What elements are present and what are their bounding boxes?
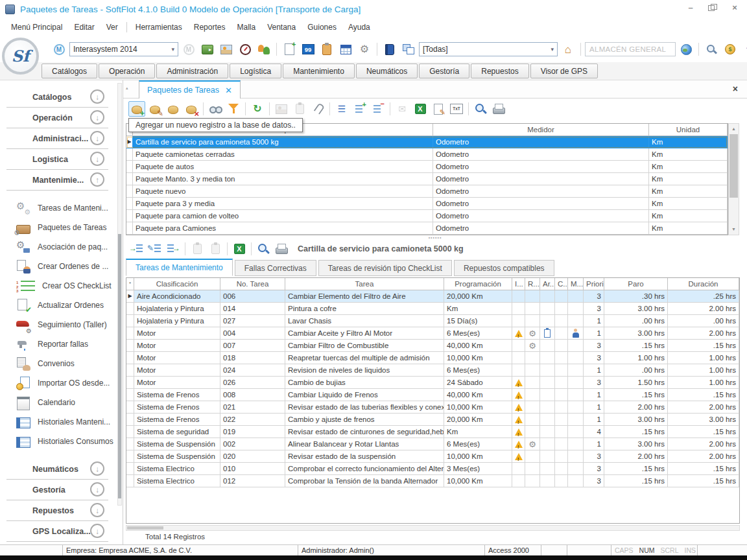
sidebar-group-neuma-ticos[interactable]: Neumáticos↓	[6, 459, 108, 480]
print-button[interactable]	[490, 101, 507, 117]
package-row[interactable]: ▶Cartilla de servicio para camioneta 500…	[126, 136, 728, 148]
storage-drive-icon[interactable]: ▸	[199, 41, 216, 57]
sidebar-item-historiales-consumos[interactable]: Historiales Consumos	[0, 432, 123, 451]
profile-badge-disabled-icon[interactable]: M	[180, 41, 197, 57]
sidebar-group-operacio-n[interactable]: Operación↓	[6, 108, 108, 128]
sidebar-group-mantenimie[interactable]: Mantenimie...↑	[6, 170, 108, 191]
warehouse-input[interactable]: ALMACÉN GENERAL	[585, 42, 676, 56]
collapse-tree-button[interactable]	[370, 101, 386, 117]
task-row[interactable]: Sistema de Suspensión002Alinear Balancea…	[126, 438, 739, 450]
task-row[interactable]: Sistema de Frenos021Revisar estado de la…	[126, 401, 739, 414]
dashboard-gauge-icon[interactable]	[237, 41, 254, 57]
orange-clipboard-icon[interactable]	[318, 41, 335, 57]
ribbon-tab-mantenimiento[interactable]: Mantenimiento	[283, 64, 355, 78]
filter-button[interactable]	[225, 101, 242, 117]
sidebar-item-seguimiento-taller[interactable]: Seguimiento (Taller)	[0, 315, 123, 334]
chevron-down-icon[interactable]: ↓	[90, 110, 104, 124]
menu-ayuda[interactable]: Ayuda	[342, 21, 376, 34]
note-export-button[interactable]	[430, 101, 447, 117]
document-close-icon[interactable]: ×	[733, 84, 738, 94]
task-row[interactable]: ▶Aire Acondicionado006Cambiar Elemento d…	[126, 290, 739, 303]
txt-export-button[interactable]: TxT	[448, 101, 465, 117]
column-header-clasificacio-n[interactable]: Clasificación	[134, 278, 220, 290]
chevron-down-icon[interactable]: ↓	[90, 482, 104, 496]
number-99-icon[interactable]: 99	[300, 41, 316, 57]
menu-guiones[interactable]: Guiones	[302, 21, 342, 34]
ribbon-tab-visor-de-gps[interactable]: Visor de GPS	[530, 64, 598, 78]
menu-editar[interactable]: Editar	[68, 21, 100, 34]
settings-gear-icon[interactable]: ⚙	[356, 41, 373, 57]
column-header-r[interactable]: R...	[525, 278, 540, 290]
task-row[interactable]: Hojalateria y Pintura027Lavar Chasis15 D…	[126, 315, 739, 327]
detail-tab-repuestos-compatibles[interactable]: Repuestos compatibles	[454, 260, 554, 276]
add-record-button[interactable]	[128, 101, 145, 117]
sidebar-item-calendario[interactable]: Calendario	[0, 393, 123, 412]
hscroll-thumb[interactable]	[127, 526, 163, 530]
ribbon-tab-neuma-ticos[interactable]: Neumáticos	[356, 64, 418, 78]
paste-button[interactable]	[189, 241, 206, 257]
sidebar-group-repuestos[interactable]: Repuestos↓	[6, 500, 108, 521]
package-row[interactable]: Paquete de autosOdometroKm	[126, 161, 728, 173]
coins-icon[interactable]: $	[722, 41, 739, 57]
restore-button[interactable]	[708, 4, 717, 11]
task-row[interactable]: Motor004Cambiar Aceite y Filtro Al Motor…	[126, 327, 739, 340]
group-list-button[interactable]: ☰	[333, 101, 350, 117]
attachment-button[interactable]	[309, 101, 326, 117]
edit-task-button[interactable]	[147, 241, 163, 257]
column-header-tarea[interactable]: Tarea	[285, 278, 444, 290]
sidebar-item-importar-os-desde[interactable]: Importar OS desde...	[0, 373, 123, 393]
print-detail-button[interactable]	[273, 241, 290, 257]
image-button[interactable]	[273, 101, 290, 117]
task-row[interactable]: Motor018Reapretar tuercas del multiple d…	[126, 352, 739, 364]
sidebar-group-gestori-a[interactable]: Gestoría↓	[6, 480, 108, 500]
home-icon[interactable]: ⌂	[560, 41, 576, 57]
find-button[interactable]	[207, 101, 224, 117]
package-row[interactable]: Paquete Manto. 3 y media tonOdometroKm	[126, 173, 728, 185]
sidebar-scrollbar[interactable]	[117, 83, 122, 506]
task-row[interactable]: Sistema de Frenos022Cambio y ajuste de f…	[126, 414, 739, 426]
profile-badge-icon[interactable]: M	[51, 41, 67, 57]
catalog-book-icon[interactable]	[381, 41, 398, 57]
menu-ver[interactable]: Ver	[101, 21, 124, 34]
task-row[interactable]: Motor024Revision de niveles de liquidos6…	[126, 364, 739, 377]
ribbon-tab-repuestos[interactable]: Repuestos	[471, 64, 528, 78]
sidebar-group-cata-logos[interactable]: Catálogos↓	[6, 87, 108, 108]
sidebar-item-historiales-manteni[interactable]: Historiales Manteni...	[0, 412, 123, 432]
sidebar-item-convenios[interactable]: Convenios	[0, 354, 123, 373]
menu-malla[interactable]: Malla	[231, 21, 261, 34]
data-grid-icon[interactable]	[337, 41, 354, 57]
vehicle-filter-combo[interactable]: [Todas]	[419, 42, 558, 56]
email-button[interactable]: ✉	[394, 101, 410, 117]
excel-export-button[interactable]: X	[412, 101, 429, 117]
sidebar-group-gps-localiza[interactable]: GPS Localiza...↓	[6, 521, 108, 542]
menu-reportes[interactable]: Reportes	[188, 21, 231, 34]
images-icon[interactable]	[218, 41, 235, 57]
clipboard-button[interactable]	[291, 101, 308, 117]
task-row[interactable]: Sistema de Suspensión020Revisar estado d…	[126, 450, 739, 463]
detail-tab-tareas-de-mantenimiento[interactable]: Tareas de Mantenimiento	[126, 259, 233, 276]
column-header-c[interactable]: C...	[555, 278, 568, 290]
package-row[interactable]: Paquete camionetas cerradasOdometroKm	[126, 148, 728, 161]
column-header-medidor[interactable]: Medidor	[433, 124, 649, 136]
expand-tree-button[interactable]	[351, 101, 368, 117]
column-header-ar[interactable]: Ar...	[540, 278, 555, 290]
ribbon-tab-cata-logos[interactable]: Catálogos	[42, 64, 97, 78]
package-row[interactable]: Paquete para camion de volteoOdometroKm	[126, 210, 728, 222]
sidebar-item-reportar-fallas[interactable]: Reportar fallas	[0, 334, 123, 354]
task-row[interactable]: Sistema de Frenos008Cambiar Liquido de F…	[126, 389, 739, 401]
column-header-unidad[interactable]: Unidad	[649, 124, 728, 136]
task-row[interactable]: Hojalateria y Pintura014Pintura a cofreK…	[126, 303, 739, 315]
ribbon-tab-administracio-n[interactable]: Administración	[156, 64, 228, 78]
operators-icon[interactable]	[255, 41, 272, 57]
print-preview-button[interactable]	[472, 101, 489, 117]
globe-icon[interactable]	[678, 41, 694, 57]
ribbon-tab-operacio-n[interactable]: Operación	[99, 64, 155, 78]
column-header-duracio-n[interactable]: Duración	[668, 278, 739, 290]
copy-button[interactable]	[207, 241, 224, 257]
sidebar-item-tareas-de-manteni[interactable]: Tareas de Manteni...	[0, 198, 123, 218]
package-row[interactable]: Paquete para CamionesOdometroKm	[126, 222, 728, 235]
sidebar-item-crear-os-checklist[interactable]: Crear OS CheckList	[0, 276, 123, 296]
tab-paquetes-de-tareas[interactable]: Paquetes de Tareas ✕	[139, 80, 241, 99]
profile-combo[interactable]: Interasystem 2014	[69, 42, 178, 56]
chevron-down-icon[interactable]: ↓	[90, 152, 104, 166]
